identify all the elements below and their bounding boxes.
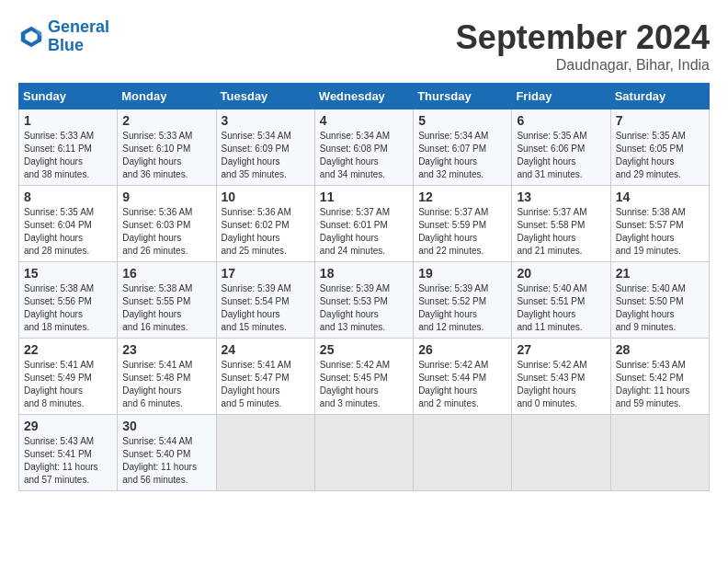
day-cell: 18 Sunrise: 5:39 AMSunset: 5:53 PMDaylig… — [314, 262, 413, 339]
day-cell: 23 Sunrise: 5:41 AMSunset: 5:48 PMDaylig… — [118, 339, 216, 415]
day-cell: 19 Sunrise: 5:39 AMSunset: 5:52 PMDaylig… — [414, 262, 512, 339]
day-cell: 11 Sunrise: 5:37 AMSunset: 6:01 PMDaylig… — [314, 186, 413, 262]
table-row: 8 Sunrise: 5:35 AMSunset: 6:04 PMDayligh… — [19, 186, 710, 262]
day-cell: 30 Sunrise: 5:44 AMSunset: 5:40 PMDaylig… — [118, 415, 216, 491]
month-title: September 2024 — [456, 18, 710, 57]
day-cell: 12 Sunrise: 5:37 AMSunset: 5:59 PMDaylig… — [414, 186, 512, 262]
day-cell: 22 Sunrise: 5:41 AMSunset: 5:49 PMDaylig… — [19, 339, 118, 415]
day-cell: 27 Sunrise: 5:42 AMSunset: 5:43 PMDaylig… — [512, 339, 610, 415]
col-sunday: Sunday — [19, 84, 118, 109]
day-cell: 25 Sunrise: 5:42 AMSunset: 5:45 PMDaylig… — [314, 339, 413, 415]
logo-blue: Blue — [48, 36, 84, 54]
day-cell: 3 Sunrise: 5:34 AMSunset: 6:09 PMDayligh… — [216, 109, 314, 186]
col-thursday: Thursday — [414, 84, 512, 109]
page-header: General Blue September 2024 Daudnagar, B… — [18, 18, 710, 74]
empty-cell — [610, 415, 709, 491]
day-cell: 15 Sunrise: 5:38 AMSunset: 5:56 PMDaylig… — [19, 262, 118, 339]
col-monday: Monday — [118, 84, 216, 109]
day-cell: 2 Sunrise: 5:33 AMSunset: 6:10 PMDayligh… — [118, 109, 216, 186]
day-cell: 21 Sunrise: 5:40 AMSunset: 5:50 PMDaylig… — [610, 262, 709, 339]
logo: General Blue — [18, 18, 109, 55]
day-cell: 10 Sunrise: 5:36 AMSunset: 6:02 PMDaylig… — [216, 186, 314, 262]
col-tuesday: Tuesday — [216, 84, 314, 109]
table-row: 22 Sunrise: 5:41 AMSunset: 5:49 PMDaylig… — [19, 339, 710, 415]
day-cell: 4 Sunrise: 5:34 AMSunset: 6:08 PMDayligh… — [314, 109, 413, 186]
day-cell: 1 Sunrise: 5:33 AMSunset: 6:11 PMDayligh… — [19, 109, 118, 186]
logo-general: General — [48, 17, 109, 36]
table-row: 1 Sunrise: 5:33 AMSunset: 6:11 PMDayligh… — [19, 109, 710, 186]
day-cell: 29 Sunrise: 5:43 AMSunset: 5:41 PMDaylig… — [19, 415, 118, 491]
day-cell: 24 Sunrise: 5:41 AMSunset: 5:47 PMDaylig… — [216, 339, 314, 415]
day-cell: 17 Sunrise: 5:39 AMSunset: 5:54 PMDaylig… — [216, 262, 314, 339]
table-row: 29 Sunrise: 5:43 AMSunset: 5:41 PMDaylig… — [19, 415, 710, 491]
day-cell: 28 Sunrise: 5:43 AMSunset: 5:42 PMDaylig… — [610, 339, 709, 415]
empty-cell — [414, 415, 512, 491]
location: Daudnagar, Bihar, India — [456, 57, 710, 74]
day-cell: 7 Sunrise: 5:35 AMSunset: 6:05 PMDayligh… — [610, 109, 709, 186]
col-friday: Friday — [512, 84, 610, 109]
logo-icon — [18, 24, 44, 50]
empty-cell — [216, 415, 314, 491]
day-cell: 20 Sunrise: 5:40 AMSunset: 5:51 PMDaylig… — [512, 262, 610, 339]
col-saturday: Saturday — [610, 84, 709, 109]
empty-cell — [512, 415, 610, 491]
day-cell: 16 Sunrise: 5:38 AMSunset: 5:55 PMDaylig… — [118, 262, 216, 339]
calendar-table: Sunday Monday Tuesday Wednesday Thursday… — [18, 83, 710, 491]
day-cell: 5 Sunrise: 5:34 AMSunset: 6:07 PMDayligh… — [414, 109, 512, 186]
empty-cell — [314, 415, 413, 491]
day-cell: 13 Sunrise: 5:37 AMSunset: 5:58 PMDaylig… — [512, 186, 610, 262]
day-cell: 9 Sunrise: 5:36 AMSunset: 6:03 PMDayligh… — [118, 186, 216, 262]
day-cell: 6 Sunrise: 5:35 AMSunset: 6:06 PMDayligh… — [512, 109, 610, 186]
day-cell: 8 Sunrise: 5:35 AMSunset: 6:04 PMDayligh… — [19, 186, 118, 262]
day-cell: 14 Sunrise: 5:38 AMSunset: 5:57 PMDaylig… — [610, 186, 709, 262]
day-cell: 26 Sunrise: 5:42 AMSunset: 5:44 PMDaylig… — [414, 339, 512, 415]
col-wednesday: Wednesday — [314, 84, 413, 109]
title-block: September 2024 Daudnagar, Bihar, India — [456, 18, 710, 74]
calendar-header-row: Sunday Monday Tuesday Wednesday Thursday… — [19, 84, 710, 109]
table-row: 15 Sunrise: 5:38 AMSunset: 5:56 PMDaylig… — [19, 262, 710, 339]
